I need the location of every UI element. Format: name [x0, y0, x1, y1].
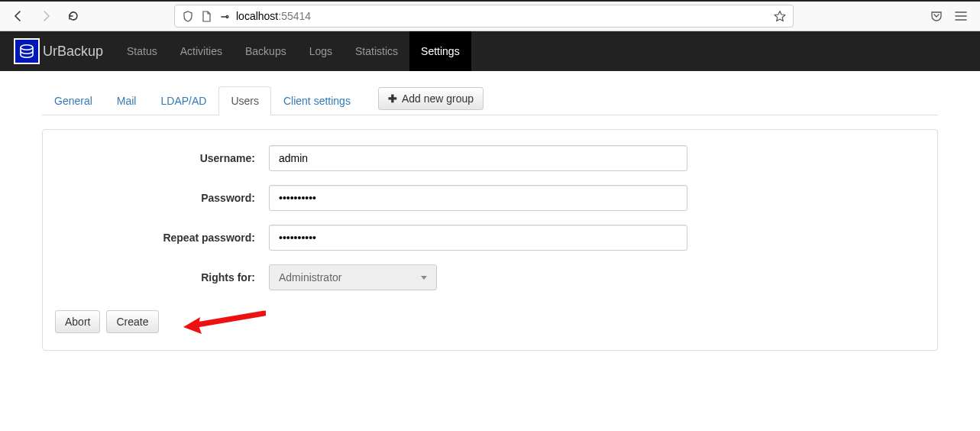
tab-ldap[interactable]: LDAP/AD — [148, 86, 218, 115]
brand-name: UrBackup — [43, 44, 103, 60]
rights-select[interactable]: Administrator — [269, 264, 437, 290]
nav-settings[interactable]: Settings — [409, 31, 471, 71]
tab-client-settings[interactable]: Client settings — [271, 86, 363, 115]
brand[interactable]: UrBackup — [0, 31, 108, 71]
page-content: General Mail LDAP/AD Users Client settin… — [0, 71, 980, 366]
svg-point-0 — [21, 45, 33, 50]
menu-icon[interactable] — [954, 9, 968, 23]
shield-icon — [181, 9, 195, 23]
chevron-down-icon — [421, 276, 427, 280]
nav-backups[interactable]: Backups — [234, 31, 298, 71]
forward-button[interactable] — [35, 5, 57, 27]
url-text: localhost:55414 — [236, 10, 768, 22]
plus-icon: ✚ — [388, 92, 397, 105]
back-button[interactable] — [8, 5, 29, 27]
settings-tabs: General Mail LDAP/AD Users Client settin… — [42, 86, 938, 115]
browser-toolbar: ⊸ localhost:55414 — [0, 0, 980, 31]
user-form-panel: Username: Password: Repeat password: Rig… — [42, 129, 938, 351]
app-navbar: UrBackup Status Activities Backups Logs … — [0, 31, 980, 71]
page-icon — [199, 9, 213, 23]
lock-icon: ⊸ — [218, 9, 231, 23]
create-button[interactable]: Create — [106, 310, 158, 333]
nav-statistics[interactable]: Statistics — [344, 31, 409, 71]
brand-logo-icon — [14, 38, 40, 64]
repeat-password-input[interactable] — [269, 225, 687, 251]
username-input[interactable] — [269, 145, 687, 171]
arrow-annotation — [182, 309, 266, 335]
nav-status[interactable]: Status — [115, 31, 169, 71]
bookmark-star-icon[interactable] — [773, 9, 787, 23]
tab-mail[interactable]: Mail — [105, 86, 149, 115]
add-new-group-button[interactable]: ✚ Add new group — [378, 87, 484, 110]
rights-label: Rights for: — [55, 271, 269, 284]
reload-button[interactable] — [63, 5, 84, 27]
password-label: Password: — [55, 192, 269, 204]
rights-selected-value: Administrator — [279, 271, 341, 284]
password-input[interactable] — [269, 185, 687, 211]
add-new-group-label: Add new group — [402, 92, 474, 105]
tab-users[interactable]: Users — [218, 86, 271, 115]
pocket-icon[interactable] — [930, 9, 943, 23]
url-bar[interactable]: ⊸ localhost:55414 — [174, 5, 794, 28]
nav-logs[interactable]: Logs — [298, 31, 344, 71]
tab-general[interactable]: General — [42, 86, 105, 115]
abort-button[interactable]: Abort — [55, 310, 100, 333]
username-label: Username: — [55, 152, 269, 164]
nav-activities[interactable]: Activities — [169, 31, 234, 71]
repeat-password-label: Repeat password: — [55, 232, 269, 244]
